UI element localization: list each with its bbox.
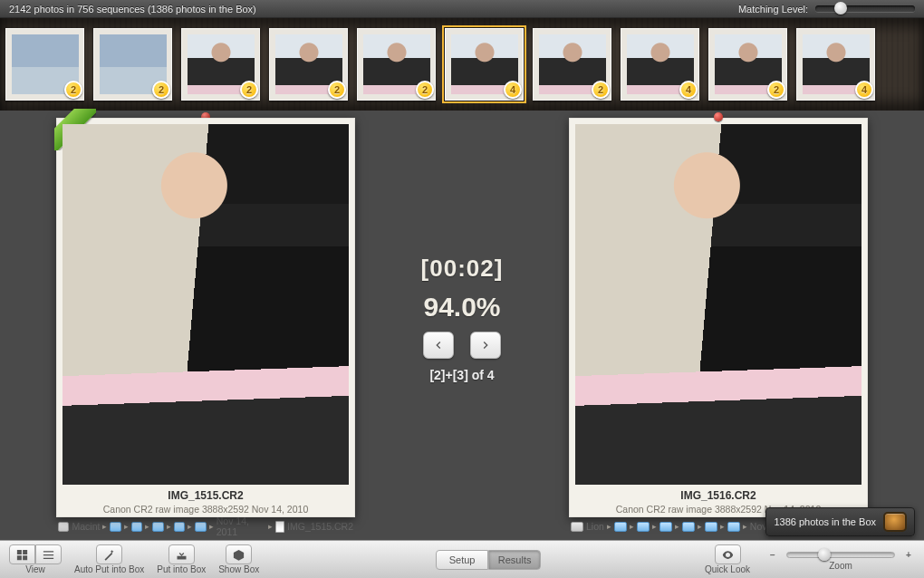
- disk-icon: [571, 522, 583, 532]
- folder-icon: [174, 522, 185, 532]
- filmstrip-thumb[interactable]: 2: [357, 28, 436, 101]
- sequence-count-badge: 2: [152, 81, 170, 99]
- put-into-box-button[interactable]: [168, 544, 195, 564]
- box-down-icon: [175, 548, 188, 562]
- zoom-in-button[interactable]: +: [902, 548, 915, 561]
- box-icon[interactable]: [883, 512, 907, 532]
- sequence-count-badge: 2: [64, 81, 82, 99]
- position-label: [2]+[3] of 4: [429, 368, 494, 382]
- filmstrip-thumb[interactable]: 2: [5, 28, 84, 101]
- view-group: View: [9, 544, 62, 574]
- put-group: Put into Box: [157, 544, 206, 574]
- crumb-segment[interactable]: IMG_1515.CR2: [287, 521, 353, 532]
- filmstrip-thumb[interactable]: 4: [796, 28, 875, 101]
- sequence-count-badge: 2: [767, 81, 785, 99]
- right-filename: IMG_1516.CR2: [575, 485, 861, 504]
- disk-icon: [58, 522, 69, 532]
- top-info-bar: 2142 photos in 756 sequences (1386 photo…: [0, 0, 924, 18]
- matching-level-thumb[interactable]: [834, 2, 847, 14]
- crumb-segment[interactable]: Nov 14, 2011: [217, 515, 265, 537]
- matching-level-slider[interactable]: [815, 5, 915, 12]
- right-photo-card[interactable]: IMG_1516.CR2 Canon CR2 raw image 3888x25…: [569, 118, 868, 517]
- put-label: Put into Box: [157, 564, 206, 574]
- filmstrip-thumb[interactable]: 2: [269, 28, 348, 101]
- auto-put-group: Auto Put into Box: [74, 544, 144, 574]
- zoom-out-button[interactable]: −: [766, 548, 779, 561]
- left-filename: IMG_1515.CR2: [63, 485, 349, 504]
- left-breadcrumb[interactable]: Macint▸ ▸ ▸ ▸ ▸ ▸ Nov 14, 2011▸ IMG_1515…: [56, 517, 355, 535]
- folder-icon: [727, 522, 740, 532]
- view-grid-button[interactable]: [9, 544, 35, 564]
- folder-icon: [614, 522, 627, 532]
- folder-icon: [682, 522, 695, 532]
- folder-icon: [131, 522, 142, 532]
- grid-icon: [15, 548, 29, 562]
- pin-icon: [714, 112, 723, 121]
- crumb-segment[interactable]: Macint: [72, 521, 100, 532]
- document-icon: [275, 521, 284, 533]
- magic-wand-icon: [102, 548, 116, 562]
- sequence-count-badge: 2: [240, 81, 258, 99]
- filmstrip-thumb[interactable]: 4: [445, 28, 524, 101]
- filmstrip-thumb[interactable]: 2: [93, 28, 172, 101]
- filmstrip-thumb[interactable]: 2: [708, 28, 787, 101]
- folder-icon: [110, 522, 120, 532]
- right-photo[interactable]: [575, 124, 861, 485]
- box-icon: [232, 548, 245, 562]
- sequence-count-badge: 4: [855, 81, 873, 99]
- box-count-label: 1386 photos in the Box: [774, 516, 876, 527]
- prev-button[interactable]: [423, 332, 454, 359]
- chevron-right-icon: ▸: [102, 522, 107, 531]
- time-difference-label: [00:02]: [421, 255, 504, 283]
- zoom-thumb[interactable]: [818, 548, 831, 561]
- auto-put-into-box-button[interactable]: [96, 544, 122, 564]
- bottom-toolbar: View Auto Put into Box Put into Box Show…: [0, 540, 924, 578]
- similarity-label: 94.0%: [423, 292, 500, 323]
- sequence-count-badge: 2: [416, 81, 434, 99]
- right-pane: IMG_1516.CR2 Canon CR2 raw image 3888x25…: [513, 111, 924, 540]
- auto-put-label: Auto Put into Box: [74, 564, 144, 574]
- mode-segmented-control[interactable]: Setup Results: [436, 550, 541, 570]
- view-label: View: [25, 564, 45, 574]
- folder-icon: [705, 522, 717, 532]
- zoom-slider[interactable]: [786, 552, 895, 558]
- quick-look-group: Quick Look: [705, 544, 750, 574]
- folder-icon: [637, 522, 650, 532]
- quick-look-label: Quick Look: [705, 564, 750, 574]
- filmstrip-thumb[interactable]: 2: [533, 28, 611, 101]
- left-pane: IMG_1515.CR2 Canon CR2 raw image 3888x25…: [0, 111, 411, 540]
- setup-tab[interactable]: Setup: [436, 550, 488, 570]
- folder-icon: [195, 522, 206, 532]
- filmstrip-thumb[interactable]: 4: [621, 28, 699, 101]
- folder-icon: [659, 522, 672, 532]
- folder-icon: [152, 522, 163, 532]
- zoom-label: Zoom: [829, 561, 852, 571]
- results-tab[interactable]: Results: [488, 550, 541, 570]
- left-photo-card[interactable]: IMG_1515.CR2 Canon CR2 raw image 3888x25…: [56, 118, 355, 517]
- filmstrip-thumb[interactable]: 2: [181, 28, 260, 101]
- sequence-count-badge: 4: [679, 81, 698, 99]
- zoom-group: − + Zoom: [766, 548, 915, 571]
- thumbnail-strip[interactable]: 2222242424: [0, 18, 924, 111]
- arrow-right-icon: [478, 338, 493, 352]
- photo-summary-label: 2142 photos in 756 sequences (1386 photo…: [9, 4, 256, 14]
- next-button[interactable]: [470, 332, 501, 359]
- eye-icon: [721, 548, 735, 562]
- arrow-left-icon: [431, 338, 446, 352]
- sequence-count-badge: 2: [328, 81, 346, 99]
- show-box-group: Show Box: [218, 544, 259, 574]
- left-metadata: Canon CR2 raw image 3888x2592 Nov 14, 20…: [63, 504, 349, 515]
- sequence-count-badge: 4: [504, 81, 522, 99]
- crumb-segment[interactable]: Lion: [586, 521, 604, 532]
- left-photo[interactable]: [63, 124, 349, 485]
- list-icon: [42, 548, 55, 562]
- sequence-count-badge: 2: [592, 81, 610, 99]
- center-controls: [00:02] 94.0% [2]+[3] of 4: [411, 111, 513, 540]
- chevron-right-icon: ▸: [607, 522, 611, 531]
- compare-area: IMG_1515.CR2 Canon CR2 raw image 3888x25…: [0, 111, 924, 540]
- quick-look-button[interactable]: [715, 544, 741, 564]
- show-box-button[interactable]: [226, 544, 252, 564]
- view-list-button[interactable]: [35, 544, 62, 564]
- matching-level-label: Matching Level:: [738, 4, 808, 14]
- box-count-tooltip[interactable]: 1386 photos in the Box: [765, 507, 915, 536]
